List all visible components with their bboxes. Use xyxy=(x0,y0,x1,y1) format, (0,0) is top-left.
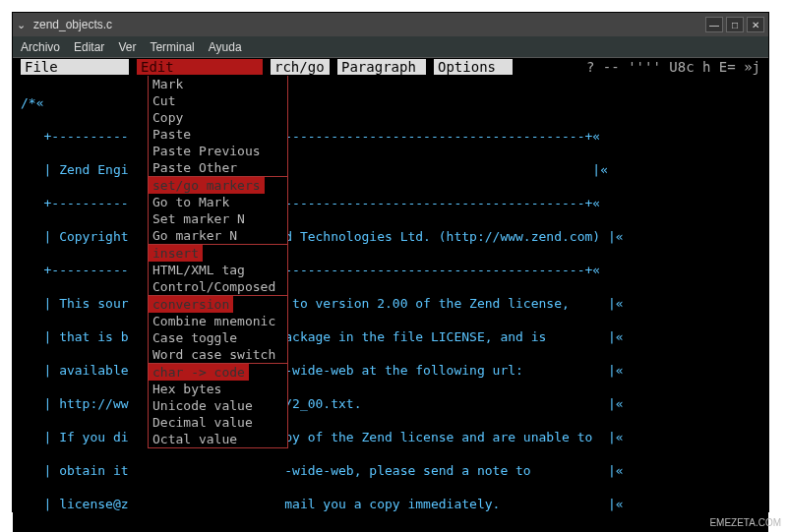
menu-item-go-marker[interactable]: Go marker N xyxy=(149,227,287,244)
topbar-file[interactable]: File xyxy=(21,59,129,75)
src-line: | available xyxy=(21,363,136,378)
src-line: -wide-web at the following url: |« xyxy=(276,363,623,378)
src-line: | Zend Engi xyxy=(21,162,136,177)
src-line: ---------------------------------------+… xyxy=(276,196,600,210)
src-line: |« xyxy=(276,162,608,177)
src-line: +---------- xyxy=(21,196,136,210)
src-line: | obtain it xyxy=(21,463,136,478)
terminal-menubar: Archivo Editar Ver Terminal Ayuda xyxy=(13,36,768,58)
menu-item-copy[interactable]: Copy xyxy=(149,109,287,126)
src-line: d Technologies Ltd. (http://www.zend.com… xyxy=(276,229,623,244)
menu-heading-charcode: char -> code xyxy=(149,364,249,381)
src-line: /2_00.txt. |« xyxy=(276,396,623,411)
minimize-button[interactable]: — xyxy=(705,17,723,32)
menu-item-paste-other[interactable]: Paste Other xyxy=(149,159,287,176)
topbar-search[interactable]: rch/go xyxy=(271,59,330,75)
menu-item-unicode[interactable]: Unicode value xyxy=(149,397,287,414)
app-menu-icon[interactable]: ⌄ xyxy=(17,19,26,31)
window-controls: — □ ✕ xyxy=(705,17,764,32)
src-line: ---------------------------------------+… xyxy=(276,129,600,144)
src-line: ---------------------------------------+… xyxy=(276,263,600,277)
src-line: -wide-web, please send a note to |« xyxy=(276,463,623,478)
menu-heading-insert: insert xyxy=(149,245,203,262)
menu-item-hex[interactable]: Hex bytes xyxy=(149,381,287,397)
terminal-window: ⌄ zend_objects.c — □ ✕ Archivo Editar Ve… xyxy=(12,12,769,512)
menu-terminal[interactable]: Terminal xyxy=(150,40,194,54)
editor-topbar: File Edit rch/go Paragraph Options ? -- … xyxy=(13,58,768,76)
src-line: +---------- xyxy=(21,129,136,144)
menu-archivo[interactable]: Archivo xyxy=(21,40,60,54)
src-line: | This sour xyxy=(21,296,136,311)
window-title: zend_objects.c xyxy=(33,18,112,31)
topbar-status: ? -- '''' U8c h E= »j xyxy=(586,59,760,75)
close-button[interactable]: ✕ xyxy=(747,17,764,32)
menu-ayuda[interactable]: Ayuda xyxy=(209,40,242,54)
edit-dropdown-menu: Mark Cut Copy Paste Paste Previous Paste… xyxy=(148,76,288,448)
topbar-options[interactable]: Options xyxy=(434,59,513,75)
menu-item-word-case[interactable]: Word case switch xyxy=(149,346,287,363)
menu-item-html-xml[interactable]: HTML/XML tag xyxy=(149,262,287,278)
menu-heading-conversion: conversion xyxy=(149,296,233,313)
menu-item-case-toggle[interactable]: Case toggle xyxy=(149,329,287,346)
menu-item-octal[interactable]: Octal value xyxy=(149,431,287,447)
titlebar[interactable]: ⌄ zend_objects.c — □ ✕ xyxy=(13,13,768,36)
src-line: | Copyright xyxy=(21,229,136,244)
topbar-paragraph[interactable]: Paragraph xyxy=(337,59,426,75)
menu-item-goto-mark[interactable]: Go to Mark xyxy=(149,194,287,210)
menu-item-cut[interactable]: Cut xyxy=(149,92,287,109)
src-line: ackage in the file LICENSE, and is |« xyxy=(276,329,623,344)
src-line: | that is b xyxy=(21,329,136,344)
src-line: | http://ww xyxy=(21,396,136,411)
menu-ver[interactable]: Ver xyxy=(118,40,136,54)
src-line: mail you a copy immediately. |« xyxy=(276,497,623,511)
topbar-edit[interactable]: Edit xyxy=(137,59,263,75)
src-line: | license@z xyxy=(21,497,136,511)
menu-editar[interactable]: Editar xyxy=(74,40,104,54)
menu-item-decimal[interactable]: Decimal value xyxy=(149,414,287,431)
editor-content: /*« +---------- ------------------------… xyxy=(13,76,768,532)
watermark: EMEZETA.COM xyxy=(709,517,781,528)
src-line: | If you di xyxy=(21,430,136,444)
maximize-button[interactable]: □ xyxy=(726,17,744,32)
menu-item-control-composed[interactable]: Control/Composed xyxy=(149,278,287,295)
src-line: +---------- xyxy=(21,263,136,277)
menu-heading-setgo: set/go markers xyxy=(149,177,265,194)
menu-item-set-marker[interactable]: Set marker N xyxy=(149,210,287,227)
src-line: /*« xyxy=(21,95,43,110)
src-line: to version 2.00 of the Zend license, |« xyxy=(276,296,623,311)
menu-item-mark[interactable]: Mark xyxy=(149,76,287,92)
menu-item-paste[interactable]: Paste xyxy=(149,126,287,143)
menu-item-combine-mnemonic[interactable]: Combine mnemonic xyxy=(149,313,287,329)
src-line: py of the Zend license and are unable to… xyxy=(276,430,623,444)
menu-item-paste-previous[interactable]: Paste Previous xyxy=(149,143,287,159)
